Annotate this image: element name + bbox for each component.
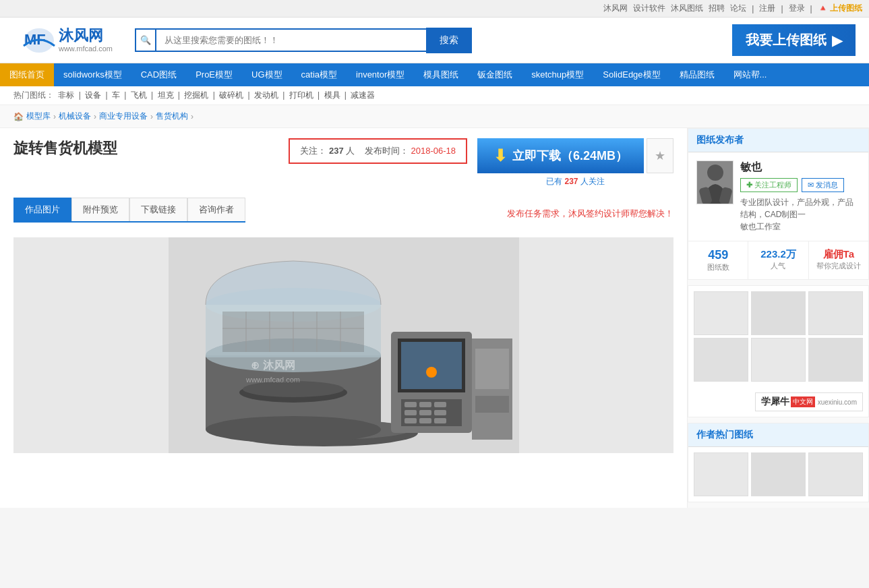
main-content: 旋转售货机模型 关注： 237 人 发布时间： 2018-06-18 ⬇ 立即下… — [0, 128, 687, 508]
follow-unit: 人 — [346, 146, 355, 156]
nav-item-premium[interactable]: 精品图纸 — [670, 63, 724, 86]
nav-item-proe[interactable]: ProE模型 — [186, 63, 242, 86]
nav-item-home[interactable]: 图纸首页 — [0, 63, 54, 86]
nav-item-cad[interactable]: CAD图纸 — [131, 63, 186, 86]
topbar-link-forum[interactable]: 论坛 — [730, 3, 746, 14]
svg-rect-29 — [434, 410, 446, 415]
nav-item-mold[interactable]: 模具图纸 — [414, 63, 468, 86]
svg-rect-36 — [475, 396, 509, 413]
publisher-desc-line2: 敏也工作室 — [740, 220, 860, 233]
breadcrumb-item-3[interactable]: 售货机构 — [156, 111, 188, 122]
tag-0[interactable]: 非标 — [58, 90, 74, 100]
topbar-link-software[interactable]: 设计软件 — [633, 3, 665, 14]
message-icon: ✉ — [808, 181, 814, 189]
topbar-divider: | — [752, 4, 754, 13]
hot-paper-1[interactable] — [751, 452, 806, 496]
publish-date: 2018-06-18 — [411, 146, 456, 156]
message-button[interactable]: ✉ 发消息 — [802, 178, 844, 192]
follow-btn-label: 关注工程师 — [754, 180, 791, 190]
top-bar: 沐风网 设计软件 沐风图纸 招聘 论坛 | 注册 | 登录 | 🔺 上传图纸 — [0, 0, 869, 18]
search-input[interactable] — [155, 28, 426, 52]
tab-download-link[interactable]: 下载链接 — [129, 198, 187, 221]
nav-item-ug[interactable]: UG模型 — [242, 63, 292, 86]
home-icon: 🏠 — [13, 112, 24, 121]
svg-rect-22 — [401, 342, 462, 389]
thumbnail-4[interactable] — [751, 338, 806, 382]
hot-paper-2[interactable] — [808, 452, 863, 496]
tag-9[interactable]: 模具 — [324, 90, 340, 100]
topbar-divider3: | — [810, 4, 812, 13]
topbar-link-drawings[interactable]: 沐风图纸 — [671, 3, 703, 14]
search-button[interactable]: 搜索 — [426, 28, 472, 53]
sidebar: 图纸发布者 敏也 ✚ — [687, 128, 869, 508]
svg-rect-32 — [434, 418, 446, 423]
tag-8[interactable]: 打印机 — [289, 90, 313, 100]
nav-item-solidedge[interactable]: SolidEdge模型 — [593, 63, 669, 86]
header: MF 沐风网 www.mfcad.com 🔍 搜索 我要上传图纸 ▶ — [0, 18, 869, 63]
login-link[interactable]: 登录 — [789, 3, 805, 14]
tab-consult[interactable]: 咨询作者 — [187, 198, 245, 221]
publisher-info: 敏也 ✚ 关注工程师 ✉ 发消息 专业团队设计，产品外观，产品结构，CAD制图一 — [688, 152, 868, 241]
thumbnail-1[interactable] — [751, 291, 806, 335]
tag-7[interactable]: 发动机 — [254, 90, 278, 100]
tag-10[interactable]: 减速器 — [351, 90, 375, 100]
title-download-row: 旋转售货机模型 关注： 237 人 发布时间： 2018-06-18 ⬇ 立即下… — [13, 138, 673, 187]
stat-drawings-number: 459 — [694, 248, 742, 262]
tag-2[interactable]: 车 — [112, 90, 120, 100]
nav-item-solidworks[interactable]: solidworks模型 — [54, 63, 131, 86]
hot-paper-0[interactable] — [694, 452, 748, 496]
tab-artwork[interactable]: 作品图片 — [13, 198, 71, 221]
search-icon: 🔍 — [135, 28, 155, 52]
publisher-section: 图纸发布者 敏也 ✚ — [688, 128, 869, 280]
register-link[interactable]: 注册 — [759, 3, 775, 14]
topbar-upload-link[interactable]: 🔺 上传图纸 — [818, 3, 862, 14]
svg-rect-30 — [404, 418, 417, 423]
follow-engineer-button[interactable]: ✚ 关注工程师 — [740, 178, 798, 192]
xuexiniu-logo[interactable]: 学犀牛 中文网 xuexiniu.com — [755, 392, 863, 411]
logo-text: 沐风网 — [59, 28, 113, 44]
hot-tags-label: 热门图纸： — [13, 90, 54, 100]
tab-preview[interactable]: 附件预览 — [71, 198, 129, 221]
nav-item-sketchup[interactable]: sketchup模型 — [522, 63, 593, 86]
xuexiniu-sub: xuexiniu.com — [818, 399, 857, 406]
thumbnail-5[interactable] — [808, 338, 863, 382]
breadcrumb: 🏠 模型库 › 机械设备 › 商业专用设备 › 售货机构 › — [0, 105, 869, 128]
topbar-link-jobs[interactable]: 招聘 — [709, 3, 725, 14]
logo-area: MF 沐风网 www.mfcad.com — [13, 27, 121, 54]
thumbnail-section: 学犀牛 中文网 xuexiniu.com — [688, 285, 869, 417]
tag-1[interactable]: 设备 — [85, 90, 101, 100]
main-nav: 图纸首页 solidworks模型 CAD图纸 ProE模型 UG模型 cati… — [0, 63, 869, 86]
topbar-link-mufeng[interactable]: 沐风网 — [603, 3, 628, 14]
nav-item-sheet[interactable]: 钣金图纸 — [468, 63, 522, 86]
stat-hire[interactable]: 雇佣Ta 帮你完成设计 — [809, 241, 868, 279]
breadcrumb-item-2[interactable]: 商业专用设备 — [99, 111, 148, 122]
tag-4[interactable]: 坦克 — [158, 90, 174, 100]
xuexiniu-text: 学犀牛 — [761, 396, 789, 408]
thumbnail-2[interactable] — [808, 291, 863, 335]
content-wrapper: 旋转售货机模型 关注： 237 人 发布时间： 2018-06-18 ⬇ 立即下… — [0, 128, 869, 508]
svg-rect-28 — [419, 410, 431, 415]
breadcrumb-item-0[interactable]: 模型库 — [26, 111, 51, 122]
tag-3[interactable]: 飞机 — [131, 90, 147, 100]
stat-hire-label: 帮你完成设计 — [814, 261, 863, 271]
publish-label: 发布时间： — [365, 146, 409, 156]
download-count-text: 已有 237 人关注 — [546, 176, 605, 187]
nav-item-catia[interactable]: catia模型 — [292, 63, 347, 86]
hot-papers-grid — [688, 447, 868, 502]
message-btn-label: 发消息 — [816, 180, 838, 190]
thumbnail-0[interactable] — [694, 291, 748, 335]
nav-item-help[interactable]: 网站帮... — [724, 63, 777, 86]
download-button[interactable]: ⬇ 立即下载（6.24MB） — [477, 138, 644, 173]
hot-papers-section: 作者热门图纸 — [688, 423, 869, 502]
upload-header-button[interactable]: 我要上传图纸 ▶ — [732, 24, 856, 56]
logo-subtext: www.mfcad.com — [59, 45, 113, 53]
nav-item-inventor[interactable]: inventor模型 — [347, 63, 414, 86]
stat-popularity-number: 223.2万 — [754, 248, 802, 261]
tag-5[interactable]: 挖掘机 — [184, 90, 208, 100]
collect-button[interactable]: ★ — [647, 138, 673, 173]
tag-6[interactable]: 破碎机 — [219, 90, 243, 100]
breadcrumb-item-1[interactable]: 机械设备 — [59, 111, 91, 122]
publisher-desc-line1: 专业团队设计，产品外观，产品结构，CAD制图一 — [740, 196, 860, 220]
thumbnail-3[interactable] — [694, 338, 748, 382]
xuexiniu-banner: 学犀牛 中文网 xuexiniu.com — [688, 387, 868, 417]
